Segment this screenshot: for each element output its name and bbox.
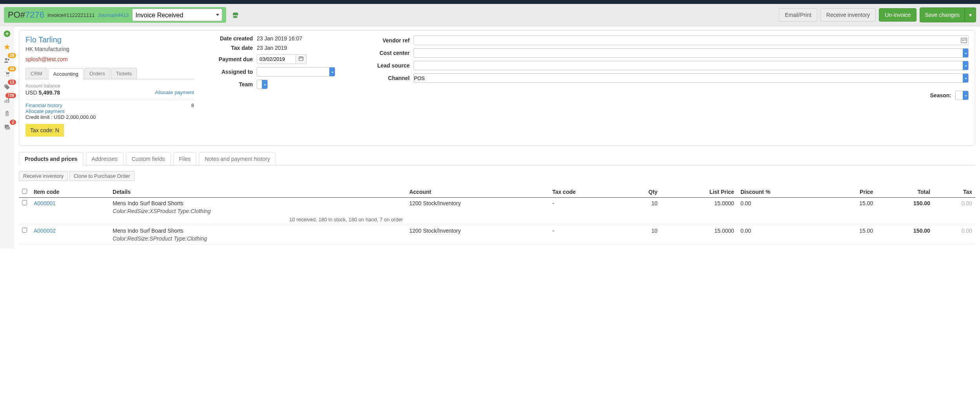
tag-icon[interactable]: 13 <box>2 82 12 92</box>
season-select[interactable] <box>955 91 969 100</box>
invoice-label: Invoice#1122221111 <box>47 12 95 18</box>
cost-center-label: Cost center <box>359 50 414 56</box>
tab-orders[interactable]: Orders <box>84 68 110 79</box>
date-created-value: 23 Jan 2019 16:07 <box>257 35 302 42</box>
vendor-company: HK Manufacturing <box>25 46 194 52</box>
col-list-price: List Price <box>661 186 737 198</box>
chat-icon[interactable]: 2 <box>2 122 12 132</box>
item-code-link[interactable]: A000001 <box>34 200 56 206</box>
po-label: PO#7276 <box>8 10 44 20</box>
lead-source-select[interactable] <box>414 61 969 70</box>
row-checkbox[interactable] <box>22 200 27 205</box>
tax-date-label: Tax date <box>202 45 257 51</box>
account-balance: USD 5,499.78 <box>25 89 60 96</box>
svg-rect-8 <box>8 98 9 103</box>
financial-history-link[interactable]: Financial history <box>25 102 62 108</box>
po-number[interactable]: 7276 <box>25 10 44 20</box>
svg-point-5 <box>5 85 6 86</box>
tab-tickets[interactable]: Tickets <box>111 68 137 79</box>
vendor-ref-input[interactable] <box>414 35 969 45</box>
svg-point-4 <box>8 75 9 76</box>
chart-icon[interactable]: 728 <box>2 95 12 106</box>
lead-source-label: Lead source <box>359 62 414 69</box>
vendor-name[interactable]: Flo Tarling <box>25 35 194 44</box>
channel-select[interactable]: POS <box>414 73 969 83</box>
tab-addresses[interactable]: Addresses <box>86 152 123 166</box>
un-invoice-button[interactable]: Un-invoice <box>879 8 916 22</box>
tab-files[interactable]: Files <box>173 152 197 166</box>
item-discount: 0.00 <box>737 225 827 244</box>
season-label: Season: <box>359 92 955 98</box>
col-item-code: Item code <box>31 186 109 198</box>
save-button-group: Save changes ▾ <box>920 7 976 22</box>
vendor-tabs: CRM Accounting Orders Tickets <box>25 68 194 79</box>
status-select[interactable]: Invoice Received <box>132 9 222 21</box>
tax-date-value: 23 Jan 2019 <box>257 45 287 51</box>
receive-inventory-action[interactable]: Receive inventory <box>19 171 68 181</box>
stock-note: 10 received, 180 in stock, 180 on hand, … <box>113 217 403 222</box>
add-icon[interactable] <box>2 29 12 39</box>
item-qty: 10 <box>622 198 661 225</box>
item-account: 1200 Stock/Inventory <box>406 198 549 225</box>
svg-rect-6 <box>5 100 5 103</box>
item-list-price: 15.0000 <box>661 225 737 244</box>
credit-limit: Credit limit : USD 2,000,000.00 <box>25 114 194 120</box>
header-bar: PO#7276 Invoice#1122221111 Journal#4413 … <box>0 4 980 26</box>
item-code-link[interactable]: A000002 <box>34 228 56 234</box>
receive-inventory-button[interactable]: Receive inventory <box>820 8 876 22</box>
store-icon[interactable] <box>232 11 239 18</box>
item-tax-code: - <box>549 225 622 244</box>
channel-label: Channel <box>359 75 414 81</box>
item-account: 1200 Stock/Inventory <box>406 225 549 244</box>
cart-icon[interactable]: 44 <box>2 69 12 79</box>
item-price: 15.00 <box>827 198 876 225</box>
clone-to-po-action[interactable]: Clone to Purchase Order <box>69 171 134 181</box>
table-row: A000001 Mens Indo Surf Board Shorts Colo… <box>19 198 975 225</box>
allocate-payment-link[interactable]: Allocate payment <box>25 108 194 114</box>
financial-history-count: 8 <box>191 102 194 108</box>
tab-notes[interactable]: Notes and payment history <box>199 152 276 166</box>
calendar-icon[interactable] <box>296 54 307 64</box>
payment-due-label: Payment due <box>202 56 257 62</box>
team-select[interactable] <box>257 80 268 89</box>
row-checkbox[interactable] <box>22 228 27 233</box>
col-total: Total <box>876 186 933 198</box>
item-total: 150.00 <box>876 225 933 244</box>
vendor-panel: Flo Tarling HK Manufacturing splosh@test… <box>19 30 975 146</box>
col-tax-code: Tax code <box>549 186 622 198</box>
item-tax: 0.00 <box>933 225 975 244</box>
save-dropdown-button[interactable]: ▾ <box>965 7 976 22</box>
email-print-button[interactable]: Email/Print <box>779 8 817 22</box>
item-name: Mens Indo Surf Board Shorts <box>113 200 403 206</box>
svg-point-3 <box>6 75 7 76</box>
cost-center-select[interactable] <box>414 48 969 58</box>
select-all-checkbox[interactable] <box>22 189 27 194</box>
star-icon[interactable] <box>2 42 12 52</box>
item-meta: Color:RedSize:SProduct Type:Clothing <box>113 235 403 242</box>
tab-products[interactable]: Products and prices <box>19 152 83 166</box>
users-icon[interactable]: 28 <box>2 55 12 66</box>
tab-custom-fields[interactable]: Custom fields <box>126 152 171 166</box>
item-list-price: 15.0000 <box>661 198 737 225</box>
svg-point-2 <box>8 59 10 61</box>
account-balance-label: Account balance <box>25 83 194 89</box>
item-meta: Color:RedSize:XSProduct Type:Clothing <box>113 208 403 214</box>
item-tax-code: - <box>549 198 622 225</box>
id-card-icon[interactable] <box>961 38 967 43</box>
assigned-to-select[interactable] <box>257 67 335 77</box>
svg-point-1 <box>5 58 7 60</box>
allocate-payment-link-top[interactable]: Allocate payment <box>155 89 194 96</box>
payment-due-input[interactable] <box>257 54 296 64</box>
svg-rect-11 <box>299 57 303 60</box>
table-row: A000002 Mens Indo Surf Board Shorts Colo… <box>19 225 975 244</box>
col-tax: Tax <box>933 186 975 198</box>
vendor-email[interactable]: splosh@test.com <box>25 56 194 62</box>
clipboard-icon[interactable] <box>2 109 12 119</box>
item-tax: 0.00 <box>933 198 975 225</box>
tab-accounting[interactable]: Accounting <box>48 68 83 79</box>
tab-crm[interactable]: CRM <box>25 68 47 79</box>
save-button[interactable]: Save changes <box>920 7 965 22</box>
col-price: Price <box>827 186 876 198</box>
journal-link[interactable]: Journal#4413 <box>98 12 129 18</box>
col-qty: Qty <box>622 186 661 198</box>
